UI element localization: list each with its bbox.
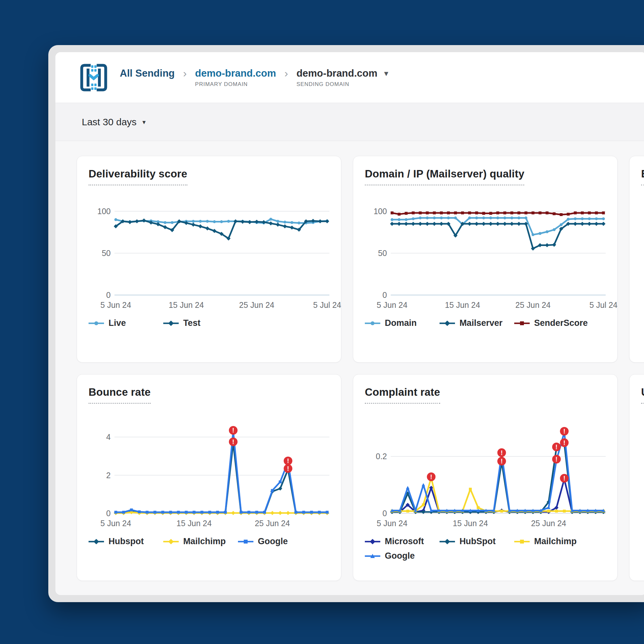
line-chart: 1005005 Jun 2415 Jun 2425 Jun 245 Jul 24 (89, 189, 329, 317)
legend-item-test[interactable]: Test (163, 318, 238, 328)
svg-text:!: ! (232, 438, 234, 445)
app-header: All Sending › demo-brand.com PRIMARY DOM… (55, 52, 644, 103)
svg-text:25 Jun 24: 25 Jun 24 (239, 300, 274, 309)
legend-item-mailserver[interactable]: Mailserver (440, 318, 514, 328)
legend-label: HubSpot (459, 536, 496, 546)
card-domain-ip-quality: Domain / IP (Mailserver) quality 1005005… (353, 156, 618, 363)
legend-marker-icon (365, 554, 380, 559)
legend-label: Microsoft (385, 536, 424, 546)
svg-text:0: 0 (383, 509, 387, 518)
legend-item-hubspot[interactable]: Hubspot (89, 536, 163, 546)
legend-marker-icon (163, 321, 179, 326)
chart-legend: LiveTest (89, 318, 329, 328)
legend-label: Mailchimp (534, 536, 577, 546)
svg-text:!: ! (430, 473, 432, 480)
svg-text:5 Jul 24: 5 Jul 24 (313, 300, 341, 309)
chart-legend: MicrosoftHubSpotMailchimpGoogle (365, 536, 606, 561)
svg-text:25 Jun 24: 25 Jun 24 (531, 519, 566, 528)
svg-text:5 Jul 24: 5 Jul 24 (589, 300, 617, 309)
legend-item-microsoft[interactable]: Microsoft (365, 536, 440, 546)
svg-text:100: 100 (374, 207, 387, 216)
svg-text:!: ! (501, 449, 503, 456)
chart-legend: DomainMailserverSenderScore (365, 318, 606, 328)
svg-text:0.2: 0.2 (376, 452, 387, 461)
app-window: All Sending › demo-brand.com PRIMARY DOM… (48, 45, 644, 602)
breadcrumb: All Sending › demo-brand.com PRIMARY DOM… (120, 68, 390, 88)
date-range-label: Last 30 days (82, 117, 137, 128)
legend-item-google[interactable]: Google (238, 536, 313, 546)
svg-text:!: ! (563, 475, 565, 482)
chart-title: U (641, 386, 644, 404)
svg-text:2: 2 (106, 471, 111, 480)
legend-marker-icon (365, 539, 380, 544)
breadcrumb-separator-icon: › (183, 68, 187, 79)
breadcrumb-label: All Sending (120, 68, 175, 79)
legend-item-mailchimp[interactable]: Mailchimp (514, 536, 589, 546)
svg-text:50: 50 (102, 249, 111, 258)
svg-text:5 Jun 24: 5 Jun 24 (377, 519, 408, 528)
chart-title: Domain / IP (Mailserver) quality (365, 168, 524, 185)
card-complaint-rate: Complaint rate 0.205 Jun 2415 Jun 2425 J… (353, 374, 618, 581)
legend-marker-icon (89, 321, 104, 326)
svg-text:!: ! (287, 457, 289, 464)
svg-text:50: 50 (378, 249, 387, 258)
breadcrumb-item-sending-domain[interactable]: demo-brand.com ▼ SENDING DOMAIN (297, 68, 390, 88)
svg-text:15 Jun 24: 15 Jun 24 (453, 519, 488, 528)
card-row: Deliverability score 1005005 Jun 2415 Ju… (77, 156, 644, 363)
legend-marker-icon (440, 539, 455, 544)
svg-text:15 Jun 24: 15 Jun 24 (176, 519, 212, 528)
chevron-down-icon: ▼ (383, 70, 390, 78)
legend-marker-icon (514, 321, 530, 326)
legend-item-domain[interactable]: Domain (365, 318, 440, 328)
svg-text:!: ! (555, 456, 558, 463)
legend-label: Domain (385, 318, 417, 328)
breadcrumb-item-primary-domain[interactable]: demo-brand.com PRIMARY DOMAIN (195, 68, 276, 88)
card-row: Bounce rate 4205 Jun 2415 Jun 2425 Jun 2… (77, 374, 644, 581)
breadcrumb-label: demo-brand.com (195, 68, 276, 79)
chart-title: E (641, 168, 644, 185)
legend-label: Mailchimp (183, 536, 226, 546)
breadcrumb-item-all-sending[interactable]: All Sending (120, 68, 175, 79)
svg-text:5 Jun 24: 5 Jun 24 (377, 300, 408, 309)
svg-text:!: ! (287, 465, 289, 472)
breadcrumb-sublabel: SENDING DOMAIN (297, 81, 390, 88)
svg-text:100: 100 (97, 207, 110, 216)
legend-item-mailchimp[interactable]: Mailchimp (163, 536, 238, 546)
line-chart: 4205 Jun 2415 Jun 2425 Jun 24!!!! (89, 407, 329, 536)
legend-marker-icon (89, 539, 104, 544)
legend-marker-icon (440, 321, 455, 326)
filter-bar: Last 30 days ▾ (55, 103, 644, 141)
svg-text:25 Jun 24: 25 Jun 24 (516, 300, 551, 309)
card-partial-right-top: E (629, 156, 644, 363)
legend-item-hubspot[interactable]: HubSpot (440, 536, 514, 546)
legend-label: Google (385, 551, 415, 561)
line-chart: 0.205 Jun 2415 Jun 2425 Jun 24!!!!!!!! (365, 407, 606, 536)
breadcrumb-sublabel: PRIMARY DOMAIN (195, 81, 276, 88)
line-chart: 1005005 Jun 2415 Jun 2425 Jun 245 Jul 24 (365, 189, 606, 317)
legend-label: SenderScore (534, 318, 588, 328)
chevron-down-icon: ▾ (142, 118, 146, 126)
legend-item-senderscore[interactable]: SenderScore (514, 318, 589, 328)
svg-text:15 Jun 24: 15 Jun 24 (169, 300, 204, 309)
dashboard-content: Deliverability score 1005005 Jun 2415 Ju… (55, 141, 644, 581)
legend-item-google[interactable]: Google (365, 551, 440, 561)
svg-text:!: ! (232, 427, 234, 434)
svg-text:!: ! (555, 443, 558, 450)
legend-label: Mailserver (459, 318, 503, 328)
svg-text:0: 0 (383, 290, 387, 299)
svg-text:5 Jun 24: 5 Jun 24 (100, 519, 131, 528)
legend-item-live[interactable]: Live (89, 318, 163, 328)
date-range-selector[interactable]: Last 30 days ▾ (82, 117, 146, 128)
legend-marker-icon (163, 539, 179, 544)
svg-text:!: ! (501, 458, 503, 465)
svg-text:0: 0 (106, 509, 111, 518)
legend-marker-icon (238, 539, 253, 544)
legend-label: Live (109, 318, 126, 328)
brand-logo-icon[interactable] (79, 62, 109, 93)
breadcrumb-label: demo-brand.com (297, 68, 377, 79)
breadcrumb-separator-icon: › (284, 68, 288, 79)
chart-title: Bounce rate (89, 386, 151, 404)
svg-text:25 Jun 24: 25 Jun 24 (255, 519, 290, 528)
chart-title: Complaint rate (365, 386, 440, 404)
chart-legend: HubspotMailchimpGoogle (89, 536, 329, 546)
